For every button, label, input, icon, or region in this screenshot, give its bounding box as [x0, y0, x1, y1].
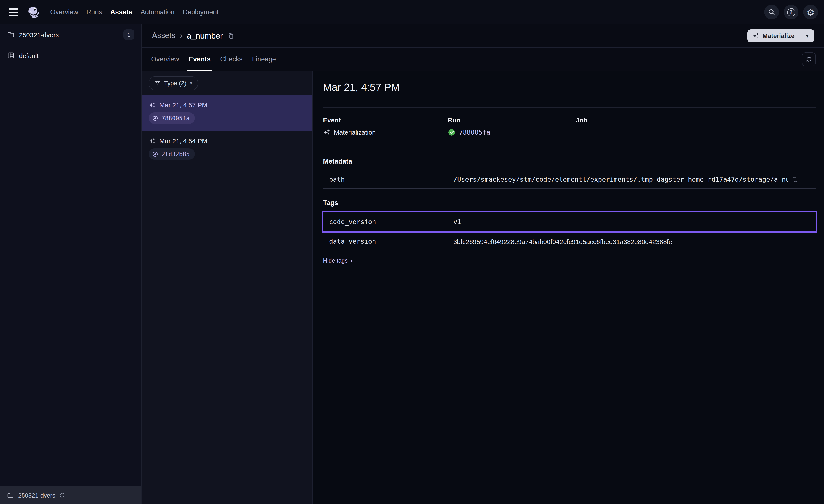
run-status-icon — [152, 115, 159, 121]
nav-item-overview[interactable]: Overview — [50, 8, 78, 16]
job-value: — — [576, 128, 583, 136]
materialization-sparkle-icon — [323, 128, 330, 136]
footer-location-label: 250321-dvers — [18, 492, 55, 499]
nav-item-deployment[interactable]: Deployment — [183, 8, 218, 16]
settings-gear-icon[interactable]: ⚙ — [803, 5, 818, 19]
sparkle-icon — [752, 32, 759, 39]
table-row-highlighted: code_version v1 — [323, 212, 816, 232]
tags-table: code_version v1 data_version 3bfc269594e… — [323, 212, 816, 251]
materialize-button[interactable]: Materialize — [747, 29, 815, 42]
event-timestamp: Mar 21, 4:57 PM — [159, 101, 207, 109]
main-nav: Overview Runs Assets Automation Deployme… — [50, 8, 219, 16]
asset-groups-sidebar: 250321-dvers 1 default 250321-dvers — [0, 24, 141, 504]
table-row: path /Users/smackesey/stm/code/elementl/… — [323, 170, 816, 188]
folder-icon — [7, 31, 15, 38]
tag-key: data_version — [323, 232, 448, 251]
tabs-row: Overview Events Checks Lineage — [141, 47, 824, 72]
breadcrumb-assets-link[interactable]: Assets — [152, 31, 175, 40]
run-column: Run 788005fa — [448, 116, 576, 136]
refresh-icon — [805, 56, 812, 63]
tab-overview[interactable]: Overview — [151, 47, 180, 71]
event-column-label: Event — [323, 116, 448, 124]
event-list-item[interactable]: Mar 21, 4:57 PM 788005fa — [141, 95, 312, 131]
event-type-value: Materialization — [334, 128, 376, 136]
run-id-text: 788005fa — [162, 115, 190, 122]
menu-icon[interactable] — [9, 8, 18, 16]
asset-page: Assets › a_number M — [141, 24, 824, 504]
tab-events[interactable]: Events — [188, 47, 211, 71]
event-detail-panel: Mar 21, 4:57 PM Event Materi — [313, 72, 824, 504]
filter-funnel-icon — [154, 80, 161, 86]
top-nav: Overview Runs Assets Automation Deployme… — [0, 0, 824, 24]
metadata-key: path — [323, 170, 448, 188]
row-action-cell — [804, 170, 816, 188]
event-timestamp: Mar 21, 4:54 PM — [159, 137, 207, 144]
run-column-label: Run — [448, 116, 576, 124]
nav-item-assets[interactable]: Assets — [110, 8, 132, 16]
reload-icon[interactable] — [59, 492, 65, 498]
tag-key: code_version — [323, 212, 448, 232]
materialization-sparkle-icon — [148, 101, 156, 109]
sidebar-default-label: default — [19, 52, 134, 59]
sidebar-item-default[interactable]: default — [0, 45, 141, 65]
sidebar-footer[interactable]: 250321-dvers — [0, 486, 141, 504]
type-filter-label: Type (2) — [164, 80, 186, 87]
tag-value: 3bfc269594ef649228e9a74bab00f042efc91d5a… — [453, 238, 672, 245]
materialize-button-label: Materialize — [762, 32, 795, 39]
events-filter-bar: Type (2) — [141, 72, 312, 95]
event-list-item[interactable]: Mar 21, 4:54 PM 2fd32b85 — [141, 131, 312, 167]
run-success-icon — [448, 128, 455, 136]
event-detail-title: Mar 21, 4:57 PM — [323, 81, 816, 94]
breadcrumb-separator-icon: › — [180, 31, 183, 40]
run-id-pill[interactable]: 2fd32b85 — [148, 148, 195, 160]
tab-checks[interactable]: Checks — [220, 47, 243, 71]
tags-heading: Tags — [323, 199, 816, 207]
dagster-logo-icon[interactable] — [27, 6, 40, 19]
table-row: data_version 3bfc269594ef649228e9a74bab0… — [323, 232, 816, 251]
type-filter-button[interactable]: Type (2) — [148, 76, 198, 90]
tab-lineage[interactable]: Lineage — [251, 47, 276, 71]
dagster-app: Overview Runs Assets Automation Deployme… — [0, 0, 824, 504]
sidebar-group-label: 250321-dvers — [19, 31, 123, 38]
nav-item-runs[interactable]: Runs — [86, 8, 102, 16]
hide-tags-link[interactable]: Hide tags — [323, 257, 353, 264]
job-column-label: Job — [576, 116, 816, 124]
asset-group-icon — [7, 51, 15, 59]
metadata-heading: Metadata — [323, 157, 816, 165]
job-column: Job — — [576, 116, 816, 136]
nav-icon-group: ? ⚙ — [764, 5, 818, 19]
run-id-pill[interactable]: 788005fa — [148, 113, 195, 124]
copy-path-icon[interactable] — [792, 176, 799, 183]
breadcrumb-row: Assets › a_number M — [141, 24, 824, 47]
run-id-link[interactable]: 788005fa — [459, 128, 490, 136]
path-value-link[interactable]: /Users/smackesey/stm/code/elementl/exper… — [453, 175, 788, 183]
materialize-dropdown-caret[interactable] — [800, 29, 815, 42]
nav-item-automation[interactable]: Automation — [140, 8, 175, 16]
materialization-sparkle-icon — [148, 137, 156, 144]
copy-asset-name-icon[interactable] — [227, 32, 234, 39]
run-status-icon — [152, 151, 159, 157]
events-list-panel: Type (2) Mar 21, 4:57 PM — [141, 72, 313, 504]
metadata-table: path /Users/smackesey/stm/code/elementl/… — [323, 170, 816, 188]
asset-count-badge: 1 — [123, 29, 134, 40]
event-column: Event Materialization — [323, 116, 448, 136]
sidebar-item-group[interactable]: 250321-dvers 1 — [0, 24, 141, 45]
search-icon[interactable] — [764, 5, 779, 19]
help-icon[interactable]: ? — [784, 5, 799, 19]
folder-icon — [7, 492, 14, 499]
page-title: a_number — [187, 31, 223, 40]
refresh-button[interactable] — [802, 52, 816, 66]
run-id-text: 2fd32b85 — [162, 150, 190, 157]
tag-value: v1 — [453, 218, 461, 226]
